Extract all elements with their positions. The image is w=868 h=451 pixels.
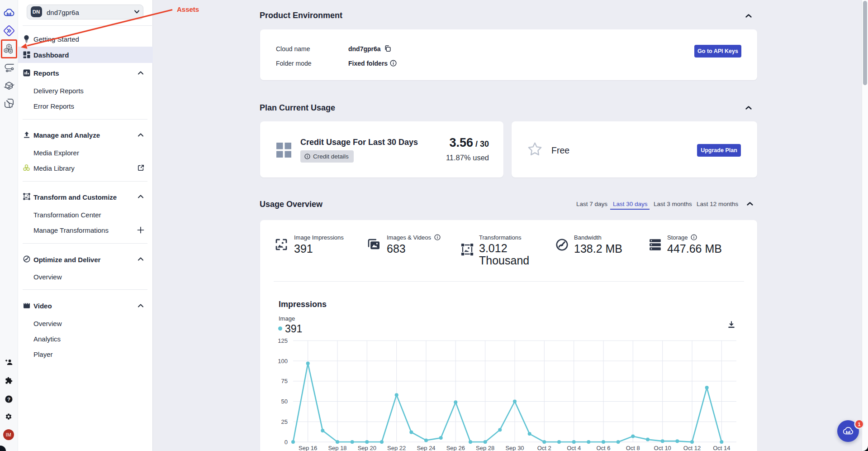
svg-text:50: 50	[281, 398, 288, 405]
svg-text:Sep 16: Sep 16	[299, 445, 317, 451]
svg-text:25: 25	[281, 418, 288, 425]
svg-text:Sep 24: Sep 24	[417, 445, 435, 451]
svg-text:Oct 8: Oct 8	[626, 445, 640, 451]
svg-text:Sep 26: Sep 26	[446, 445, 465, 451]
svg-text:Oct 10: Oct 10	[654, 445, 671, 451]
svg-text:100: 100	[278, 358, 288, 365]
svg-text:?: ?	[7, 397, 10, 402]
svg-text:Oct 2: Oct 2	[537, 445, 551, 451]
svg-text:Sep 22: Sep 22	[387, 445, 406, 451]
svg-text:75: 75	[281, 378, 288, 384]
svg-text:Oct 12: Oct 12	[683, 445, 701, 451]
svg-text:Sep 18: Sep 18	[328, 445, 346, 451]
svg-text:Oct 4: Oct 4	[567, 445, 581, 451]
svg-text:Sep 30: Sep 30	[505, 445, 524, 451]
svg-text:Oct 14: Oct 14	[713, 445, 730, 451]
svg-text:Sep 20: Sep 20	[358, 445, 376, 451]
svg-text:0: 0	[285, 439, 288, 446]
svg-text:125: 125	[278, 337, 288, 344]
svg-text:Oct 6: Oct 6	[596, 445, 610, 451]
svg-text:Sep 28: Sep 28	[476, 445, 494, 451]
